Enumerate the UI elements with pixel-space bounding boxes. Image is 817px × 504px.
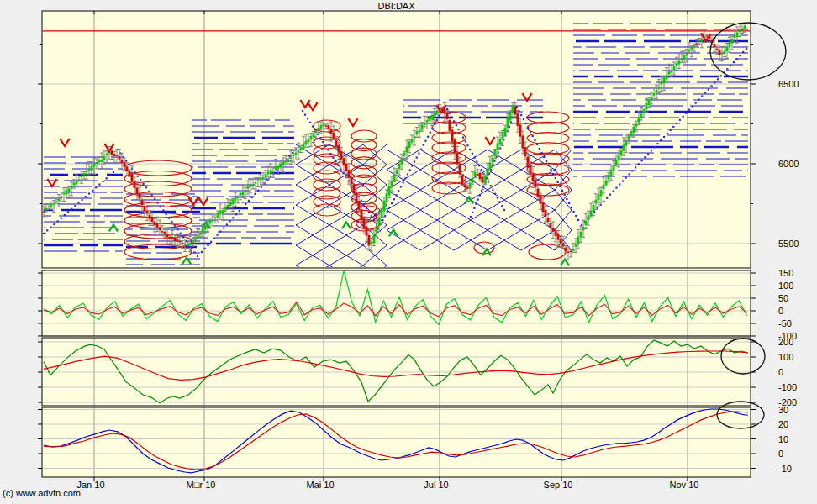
x-axis-label: Sep 10 xyxy=(544,480,573,490)
osc1-axis-label: 0 xyxy=(778,306,783,316)
x-axis-label: Jul 10 xyxy=(424,480,448,490)
x-axis-label: Nov 10 xyxy=(670,480,699,490)
x-axis-label: M□r 10 xyxy=(187,480,216,490)
buy-mark-icon xyxy=(33,228,40,234)
price-axis-label: 5500 xyxy=(778,239,799,249)
osc2-axis-label: 100 xyxy=(778,352,793,362)
osc2-axis-label: 0 xyxy=(778,367,783,377)
osc3-axis-label: 20 xyxy=(778,419,788,429)
price-axis-label: 6500 xyxy=(778,79,799,89)
osc3-axis-label: 0 xyxy=(778,449,783,459)
osc3-axis-label: 30 xyxy=(778,405,788,415)
osc1-axis-label: 50 xyxy=(778,293,788,303)
osc2-axis-label: -100 xyxy=(778,382,797,392)
osc3-axis-label: -10 xyxy=(778,464,792,474)
price-axis-label: 6000 xyxy=(778,159,799,169)
osc3-axis-label: 10 xyxy=(778,434,788,444)
osc2-axis-label: 200 xyxy=(778,337,793,347)
chart-window: DBI:DAX 650060005500150100500-50-1002001… xyxy=(0,0,817,504)
x-axis-label: Jan 10 xyxy=(76,480,104,490)
x-axis-label: Mai 10 xyxy=(306,480,334,490)
osc1-axis-label: 150 xyxy=(778,268,793,278)
chart-canvas: 650060005500150100500-50-1002001000-100-… xyxy=(0,0,817,504)
osc1-axis-label: -50 xyxy=(778,318,792,328)
osc1-axis-label: 100 xyxy=(778,281,793,291)
copyright-text: (c) www.advfn.com xyxy=(3,488,81,498)
